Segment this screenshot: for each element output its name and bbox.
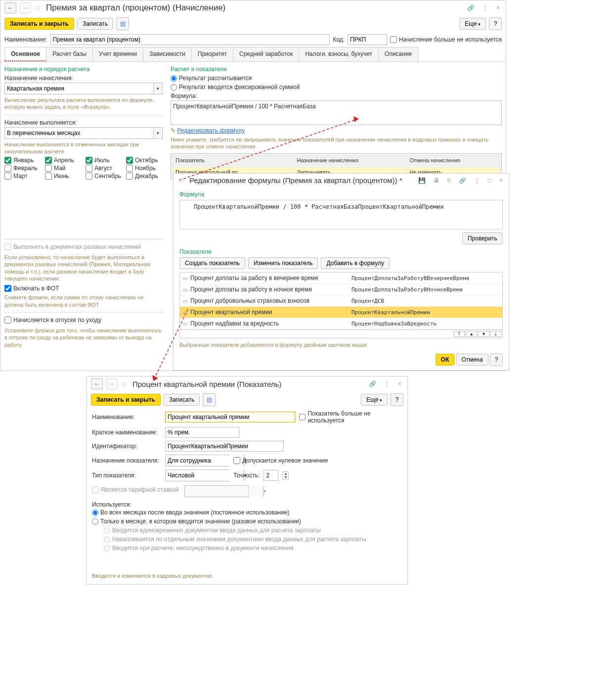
- chevron-down-icon[interactable]: ▾: [153, 128, 162, 139]
- star-icon[interactable]: ☆: [34, 3, 41, 13]
- menu-icon[interactable]: ⋮: [472, 176, 482, 185]
- purpose-select[interactable]: ▾: [165, 455, 229, 466]
- assign-value[interactable]: [5, 83, 153, 94]
- save-button[interactable]: Записать: [77, 18, 113, 30]
- month-nov-checkbox[interactable]: [126, 165, 133, 172]
- more-button[interactable]: Еще: [361, 394, 388, 406]
- month-feb-checkbox[interactable]: [4, 165, 11, 172]
- ok-button[interactable]: ОК: [436, 354, 455, 366]
- indicator-row[interactable]: ▭Процент квартальной премииПроцентКварта…: [180, 307, 502, 318]
- save-close-button[interactable]: Записать и закрыть: [91, 394, 161, 406]
- sub-radio-3: [104, 545, 110, 552]
- tab-3[interactable]: Зависимости: [143, 47, 192, 61]
- perform-select[interactable]: ▾: [4, 127, 163, 139]
- chevron-down-icon[interactable]: ▾: [153, 83, 162, 94]
- onetime-label: Выполнять в документах разовых начислени…: [13, 243, 141, 250]
- add-to-formula-button[interactable]: Добавить в формулу: [321, 257, 389, 269]
- calc-radio-1[interactable]: [171, 75, 177, 82]
- copy-icon[interactable]: ⎘: [445, 176, 453, 185]
- save-button[interactable]: Записать: [164, 394, 200, 406]
- nav-forward[interactable]: →: [19, 2, 31, 13]
- more-button[interactable]: Еще: [459, 18, 486, 30]
- create-indicator-button[interactable]: Создать показатель: [179, 257, 245, 269]
- code-input[interactable]: [348, 34, 387, 45]
- month-oct-checkbox[interactable]: [126, 157, 133, 164]
- close-icon[interactable]: ×: [396, 379, 403, 388]
- list-nav-button[interactable]: ▼: [478, 331, 489, 337]
- list-nav-button[interactable]: ⤓: [490, 331, 501, 337]
- month-sep-checkbox[interactable]: [86, 173, 92, 180]
- month-jul-checkbox[interactable]: [86, 157, 92, 164]
- assign-select[interactable]: ▾: [4, 83, 163, 94]
- edit-indicator-button[interactable]: Изменить показатель: [248, 257, 318, 269]
- month-may-checkbox[interactable]: [45, 165, 52, 172]
- star-icon[interactable]: ☆: [177, 176, 184, 185]
- not-used-checkbox[interactable]: [390, 36, 397, 43]
- link-icon[interactable]: 🔗: [465, 3, 477, 12]
- month-aug-checkbox[interactable]: [86, 165, 92, 172]
- save-close-button[interactable]: Записать и закрыть: [4, 18, 74, 30]
- fot-label: Включать в ФОТ: [13, 285, 59, 292]
- spinner-up[interactable]: ▲: [283, 472, 288, 475]
- tab-5[interactable]: Средний заработок: [233, 47, 299, 61]
- link-icon[interactable]: 🔗: [367, 379, 378, 388]
- maximize-icon[interactable]: □: [486, 176, 493, 185]
- tab-0[interactable]: Основное: [4, 47, 46, 61]
- help-button[interactable]: ?: [391, 393, 403, 406]
- indicator-row[interactable]: ▭Процент доплаты за работу в вечернее вр…: [180, 273, 502, 284]
- star-icon[interactable]: ☆: [121, 379, 128, 389]
- nav-back[interactable]: ←: [91, 378, 103, 389]
- help-button[interactable]: ?: [490, 353, 503, 366]
- list-icon-button[interactable]: ▤: [116, 17, 129, 30]
- indicator-row[interactable]: ▭Процент добровольных страховых взносовП…: [180, 295, 502, 307]
- print-icon[interactable]: 🖶: [432, 176, 441, 185]
- list-nav-button[interactable]: ⤒: [454, 331, 465, 337]
- indicator-row[interactable]: ▭Процент надбавки за вредностьПроцентНад…: [180, 318, 502, 329]
- tab-7[interactable]: Описание: [378, 47, 418, 61]
- spinner-down[interactable]: ▼: [283, 475, 288, 479]
- tab-6[interactable]: Налоги, взносы, бухучет: [299, 47, 379, 61]
- nav-forward[interactable]: →: [106, 378, 118, 389]
- help-button[interactable]: ?: [489, 17, 502, 30]
- formula-editor[interactable]: ПроцентКвартальнойПремии / 100 * Расчетн…: [179, 200, 503, 230]
- vacation-checkbox[interactable]: [4, 317, 11, 324]
- close-icon[interactable]: ×: [494, 3, 502, 12]
- allow-zero-checkbox[interactable]: [233, 457, 240, 464]
- main-titlebar: ← → ☆ Премия за квартал (процентом) (Нач…: [0, 0, 506, 15]
- tab-4[interactable]: Приоритет: [191, 47, 233, 61]
- menu-icon[interactable]: ⋮: [382, 379, 392, 388]
- check-button[interactable]: Проверить: [462, 233, 503, 244]
- ind-not-used-checkbox[interactable]: [299, 414, 306, 420]
- month-mar-checkbox[interactable]: [4, 173, 11, 180]
- tab-2[interactable]: Учет времени: [92, 47, 143, 61]
- list-nav-button[interactable]: ▲: [466, 331, 477, 337]
- name-input[interactable]: [50, 34, 330, 45]
- indicator-row[interactable]: ▭Процент доплаты за работу в ночное врем…: [180, 284, 502, 295]
- month-jan-checkbox[interactable]: [4, 157, 11, 164]
- nav-back[interactable]: ←: [4, 2, 16, 13]
- list-icon-button[interactable]: ▤: [203, 393, 216, 406]
- calc-radio-2[interactable]: [171, 84, 177, 91]
- save-icon[interactable]: 💾: [416, 176, 428, 185]
- short-input[interactable]: [165, 427, 239, 438]
- usage-radio-2[interactable]: [92, 518, 98, 525]
- month-apr-checkbox[interactable]: [45, 157, 52, 164]
- perform-value[interactable]: [5, 128, 153, 139]
- month-jan: Январь: [4, 157, 41, 164]
- cancel-button[interactable]: Отмена: [456, 354, 488, 366]
- tab-1[interactable]: Расчет базы: [46, 47, 93, 61]
- precision-input[interactable]: [264, 470, 278, 481]
- edit-formula-link[interactable]: Редактировать формулу: [177, 127, 245, 134]
- link-icon[interactable]: 🔗: [457, 176, 468, 185]
- ind-name-input[interactable]: [165, 412, 295, 422]
- type-select[interactable]: ▾: [165, 469, 229, 481]
- usage-radio-1[interactable]: [92, 510, 98, 516]
- fot-checkbox[interactable]: [4, 285, 11, 292]
- month-dec-checkbox[interactable]: [126, 173, 133, 180]
- indicators-label: Показатели: [179, 248, 503, 255]
- id-input[interactable]: [165, 441, 284, 452]
- menu-icon[interactable]: ⋮: [481, 3, 490, 12]
- month-jul-label: Июль: [94, 157, 110, 164]
- close-icon[interactable]: ×: [497, 176, 505, 185]
- month-jun-checkbox[interactable]: [45, 173, 52, 180]
